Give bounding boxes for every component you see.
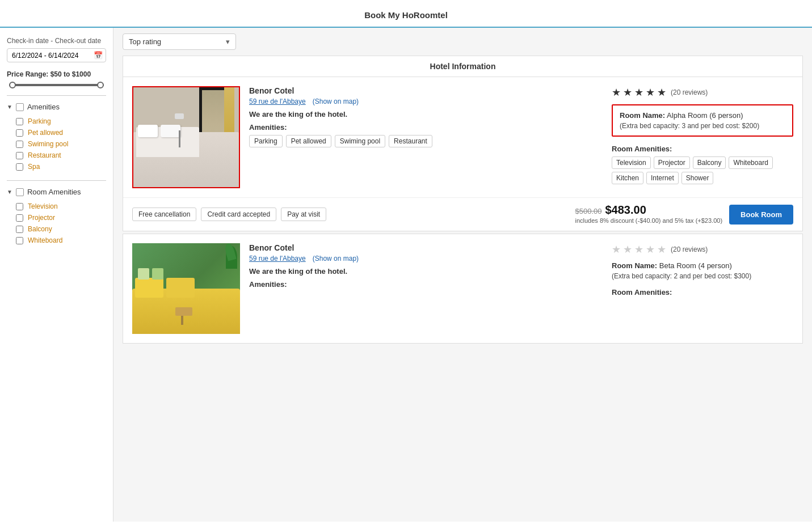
room-amenities-group-title: Room Amenities: [27, 188, 81, 196]
date-label: Check-in date - Check-out date: [7, 37, 106, 45]
review-count-2: (20 reviews): [671, 245, 708, 253]
star-2-2: ★: [623, 243, 632, 256]
room-amenity-internet: Internet: [646, 172, 679, 184]
amenities-arrow-icon: ▼: [7, 104, 12, 110]
room-amenity-kitchen: Kitchen: [612, 172, 643, 184]
checkbox-restaurant[interactable]: [16, 152, 23, 159]
amenity-tag-restaurant: Restaurant: [389, 135, 432, 147]
filter-item-restaurant[interactable]: Restaurant: [7, 150, 106, 161]
section-title: Hotel Information: [123, 56, 803, 77]
room-extra-2: (Extra bed capacity: 2 and per bed cost:…: [612, 272, 793, 280]
amenities-group-checkbox[interactable]: [16, 103, 24, 111]
filter-item-pet-allowed[interactable]: Pet allowed: [7, 127, 106, 138]
divider-1: [7, 95, 106, 96]
app-header: Book My HoRoomtel: [0, 0, 812, 28]
room-amenities-title-1: Room Amenities:: [612, 145, 793, 153]
hotel-info-1: Benor Cotel 59 rue de l'Abbaye (Show on …: [249, 86, 603, 188]
star-1-2: ★: [623, 86, 632, 99]
room-name-label-1: Room Name:: [620, 111, 665, 120]
hotel-image-2: [132, 243, 240, 334]
filter-item-television[interactable]: Television: [7, 201, 106, 212]
checkbox-swiming-pool[interactable]: [16, 141, 23, 148]
hotel-address-1[interactable]: 59 rue de l'Abbaye: [249, 98, 306, 105]
room-amenities-group-header[interactable]: ▼ Room Amenities: [7, 188, 106, 196]
calendar-icon: 📅: [94, 51, 103, 60]
filter-item-parking[interactable]: Parking: [7, 116, 106, 127]
room-amenity-television: Television: [612, 156, 651, 169]
room-amenity-projector: Projector: [654, 156, 690, 169]
hotel-image-1: [132, 86, 240, 188]
hotel-tagline-2: We are the king of the hotel.: [249, 267, 603, 276]
main-layout: Check-in date - Check-out date 📅 Price R…: [0, 28, 812, 522]
policy-pay-at-visit: Pay at visit: [281, 208, 326, 221]
sort-dropdown[interactable]: Top rating ▾: [123, 33, 236, 50]
price-block-1: $500.00 $483.00 includes 8% discount (-$…: [575, 204, 722, 225]
room-amenities-group-checkbox[interactable]: [16, 188, 24, 196]
room-amenities-section-1: Room Amenities: Television Projector Bal…: [612, 142, 793, 184]
filter-item-projector[interactable]: Projector: [7, 212, 106, 223]
filter-item-swiming-pool[interactable]: Swiming pool: [7, 138, 106, 150]
slider-thumb-right[interactable]: [97, 82, 104, 88]
slider-thumb-left[interactable]: [9, 82, 16, 88]
checkbox-parking[interactable]: [16, 118, 23, 125]
star-1-4: ★: [646, 86, 655, 99]
hotel-card-2: Benor Cotel 59 rue de l'Abbaye (Show on …: [123, 234, 803, 344]
label-balcony: Balcony: [28, 225, 52, 233]
amenities-filter-group: ▼ Amenities Parking Pet allowed Swiming …: [7, 103, 106, 172]
star-2-3: ★: [634, 243, 643, 256]
amenities-title-2: Amenities:: [249, 280, 603, 289]
checkbox-pet-allowed[interactable]: [16, 129, 23, 137]
amenity-tag-swiming-pool: Swiming pool: [335, 135, 385, 147]
hotel-amenities-section-1: Amenities: Parking Pet allowed Swiming p…: [249, 123, 603, 147]
original-price-1: $500.00: [575, 207, 601, 215]
date-input-container[interactable]: 📅: [7, 48, 106, 62]
discounted-price-1: $483.00: [605, 204, 646, 217]
amenities-group-title: Amenities: [27, 103, 60, 111]
price-range-label: Price Range: $50 to $1000: [7, 70, 106, 78]
hotel-right-panel-1: ★ ★ ★ ★ ★ (20 reviews) Room Name: Alpha …: [612, 86, 793, 188]
filter-item-whiteboard[interactable]: Whiteboard: [7, 235, 106, 246]
price-details-1: includes 8% discount (-$40.00) and 5% ta…: [575, 217, 722, 225]
filter-item-spa[interactable]: Spa: [7, 161, 106, 172]
label-parking: Parking: [28, 117, 51, 125]
sidebar: Check-in date - Check-out date 📅 Price R…: [0, 28, 113, 522]
room-amenity-balcony: Balcony: [693, 156, 726, 169]
sort-dropdown-label: Top rating: [129, 37, 161, 46]
star-1-1: ★: [612, 86, 621, 99]
room-extra-1: (Extra bed capacity: 3 and per bed cost:…: [620, 122, 785, 130]
hotel-address-2[interactable]: 59 rue de l'Abbaye: [249, 255, 306, 262]
checkbox-projector[interactable]: [16, 214, 23, 222]
amenities-group-header[interactable]: ▼ Amenities: [7, 103, 106, 111]
room-info-2: Room Name: Beta Room (4 person) (Extra b…: [612, 261, 793, 280]
content-area: Top rating ▾ Hotel Information: [113, 28, 812, 522]
star-2-1: ★: [612, 243, 621, 256]
hotel-amenities-section-2: Amenities:: [249, 280, 603, 289]
checkbox-balcony[interactable]: [16, 226, 23, 233]
pricing-section-1: $500.00 $483.00 includes 8% discount (-$…: [575, 204, 793, 225]
checkbox-whiteboard[interactable]: [16, 237, 23, 244]
date-input[interactable]: [12, 52, 91, 60]
checkbox-television[interactable]: [16, 203, 23, 210]
policy-tags-1: Free cancellation Credit card accepted P…: [132, 208, 326, 221]
hotel-info-2: Benor Cotel 59 rue de l'Abbaye (Show on …: [249, 243, 603, 334]
star-1-3: ★: [634, 86, 643, 99]
label-spa: Spa: [28, 163, 40, 171]
chevron-down-icon: ▾: [226, 37, 230, 46]
price-slider[interactable]: [7, 84, 106, 86]
room-amenities-section-2: Room Amenities:: [612, 286, 793, 300]
hotel-listing-area[interactable]: Hotel Information: [113, 56, 812, 522]
room-amenity-shower: Shower: [681, 172, 714, 184]
review-count-1: (20 reviews): [671, 88, 708, 96]
label-pet-allowed: Pet allowed: [28, 129, 63, 137]
room-amenities-filter-group: ▼ Room Amenities Television Projector Ba…: [7, 188, 106, 246]
star-1-5: ★: [657, 86, 666, 99]
show-on-map-1[interactable]: (Show on map): [313, 98, 359, 105]
label-whiteboard: Whiteboard: [28, 236, 62, 244]
book-room-button-1[interactable]: Book Room: [729, 205, 793, 225]
hotel-card-1: Benor Cotel 59 rue de l'Abbaye (Show on …: [123, 77, 803, 231]
checkbox-spa[interactable]: [16, 163, 23, 171]
hotel-card-2-inner: Benor Cotel 59 rue de l'Abbaye (Show on …: [123, 234, 802, 343]
show-on-map-2[interactable]: (Show on map): [313, 255, 359, 262]
amenity-tags-1: Parking Pet allowed Swiming pool Restaur…: [249, 135, 603, 147]
filter-item-balcony[interactable]: Balcony: [7, 223, 106, 235]
